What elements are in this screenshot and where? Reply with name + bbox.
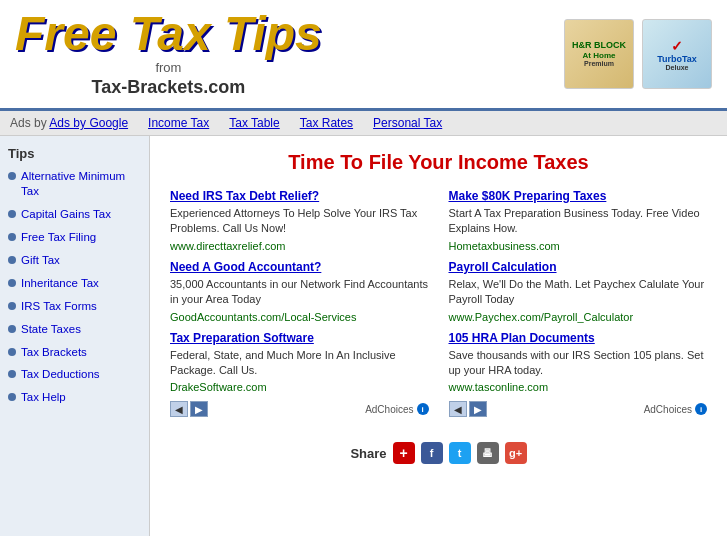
ad-nav-right: ◀ ▶ — [449, 401, 487, 417]
sidebar-item-capital-gains: Capital Gains Tax — [8, 207, 141, 222]
nav-income-tax[interactable]: Income Tax — [148, 116, 209, 130]
share-row: Share + f t 🖶 g+ — [170, 442, 707, 464]
ad-url-6[interactable]: www.tasconline.com — [449, 381, 708, 393]
ad-item-6: 105 HRA Plan Documents Save thousands wi… — [449, 331, 708, 394]
header-sitename: Tax-Brackets.com — [15, 77, 322, 98]
ad-desc-3: Federal, State, and Much More In An Incl… — [170, 348, 429, 379]
sidebar-item-alt-min-tax: Alternative Minimum Tax — [8, 169, 141, 199]
bullet-icon — [8, 393, 16, 401]
sidebar-item-inheritance-tax: Inheritance Tax — [8, 276, 141, 291]
content-main-title: Time To File Your Income Taxes — [170, 151, 707, 174]
ad-controls-left: ◀ ▶ AdChoices i — [170, 401, 429, 417]
header-branding: Free Tax Tips from Tax-Brackets.com — [15, 10, 322, 98]
sidebar-item-tax-brackets: Tax Brackets — [8, 345, 141, 360]
ad-column-right: Make $80K Preparing Taxes Start A Tax Pr… — [449, 189, 708, 432]
hrblock-logo-text: H&R BLOCKAt Home — [572, 41, 626, 61]
ad-title-5[interactable]: Payroll Calculation — [449, 260, 708, 274]
sidebar-link-tax-brackets[interactable]: Tax Brackets — [21, 345, 87, 360]
page-header: Free Tax Tips from Tax-Brackets.com H&R … — [0, 0, 727, 111]
sidebar-link-tax-help[interactable]: Tax Help — [21, 390, 66, 405]
turbotax-product: ✓ TurboTax Deluxe — [642, 19, 712, 89]
main-layout: Tips Alternative Minimum Tax Capital Gai… — [0, 136, 727, 536]
nav-tax-table[interactable]: Tax Table — [229, 116, 279, 130]
ad-item-1: Need IRS Tax Debt Relief? Experienced At… — [170, 189, 429, 252]
sidebar-link-alt-min-tax[interactable]: Alternative Minimum Tax — [21, 169, 141, 199]
sidebar-item-state-taxes: State Taxes — [8, 322, 141, 337]
ad-item-2: Need A Good Accountant? 35,000 Accountan… — [170, 260, 429, 323]
site-title: Free Tax Tips — [15, 10, 322, 58]
sidebar-item-free-filing: Free Tax Filing — [8, 230, 141, 245]
bullet-icon — [8, 210, 16, 218]
ad-desc-2: 35,000 Accountants in our Network Find A… — [170, 277, 429, 308]
sidebar-link-capital-gains[interactable]: Capital Gains Tax — [21, 207, 111, 222]
ad-nav-left: ◀ ▶ — [170, 401, 208, 417]
adchoices-label-text: AdChoices — [365, 404, 413, 415]
ad-item-4: Make $80K Preparing Taxes Start A Tax Pr… — [449, 189, 708, 252]
bullet-icon — [8, 279, 16, 287]
ad-url-1[interactable]: www.directtaxrelief.com — [170, 240, 429, 252]
ad-grid: Need IRS Tax Debt Relief? Experienced At… — [170, 189, 707, 432]
ad-desc-4: Start A Tax Preparation Business Today. … — [449, 206, 708, 237]
adchoices-right[interactable]: AdChoices i — [644, 403, 707, 415]
hrblock-product: H&R BLOCKAt Home Premium — [564, 19, 634, 89]
ad-url-5[interactable]: www.Paychex.com/Payroll_Calculator — [449, 311, 708, 323]
bullet-icon — [8, 302, 16, 310]
sidebar-item-tax-help: Tax Help — [8, 390, 141, 405]
ad-title-4[interactable]: Make $80K Preparing Taxes — [449, 189, 708, 203]
sidebar-item-gift-tax: Gift Tax — [8, 253, 141, 268]
ad-item-3: Tax Preparation Software Federal, State,… — [170, 331, 429, 394]
share-plus-button[interactable]: + — [393, 442, 415, 464]
ad-prev-btn-right[interactable]: ◀ — [449, 401, 467, 417]
bullet-icon — [8, 325, 16, 333]
sidebar-link-state-taxes[interactable]: State Taxes — [21, 322, 81, 337]
sidebar-title: Tips — [8, 146, 141, 161]
bullet-icon — [8, 172, 16, 180]
share-twitter-button[interactable]: t — [449, 442, 471, 464]
adchoices-icon: i — [417, 403, 429, 415]
ad-desc-6: Save thousands with our IRS Section 105 … — [449, 348, 708, 379]
sidebar-link-irs-forms[interactable]: IRS Tax Forms — [21, 299, 97, 314]
sidebar-link-tax-deductions[interactable]: Tax Deductions — [21, 367, 100, 382]
adchoices-label-text-right: AdChoices — [644, 404, 692, 415]
header-from: from — [15, 60, 322, 75]
bullet-icon — [8, 370, 16, 378]
sidebar: Tips Alternative Minimum Tax Capital Gai… — [0, 136, 150, 536]
turbotax-check-icon: ✓ — [671, 38, 683, 54]
sidebar-item-tax-deductions: Tax Deductions — [8, 367, 141, 382]
header-products: H&R BLOCKAt Home Premium ✓ TurboTax Delu… — [564, 19, 712, 89]
ad-url-2[interactable]: GoodAccountants.com/Local-Services — [170, 311, 429, 323]
google-link[interactable]: Ads by Google — [49, 116, 128, 130]
sidebar-link-free-filing[interactable]: Free Tax Filing — [21, 230, 96, 245]
sidebar-link-inheritance-tax[interactable]: Inheritance Tax — [21, 276, 99, 291]
ad-title-3[interactable]: Tax Preparation Software — [170, 331, 429, 345]
turbotax-sub: Deluxe — [666, 64, 689, 71]
nav-personal-tax[interactable]: Personal Tax — [373, 116, 442, 130]
bullet-icon — [8, 233, 16, 241]
navigation-bar: Ads by Ads by Google Income Tax Tax Tabl… — [0, 111, 727, 136]
ad-item-5: Payroll Calculation Relax, We'll Do the … — [449, 260, 708, 323]
ad-url-4[interactable]: Hometaxbusiness.com — [449, 240, 708, 252]
share-gplus-button[interactable]: g+ — [505, 442, 527, 464]
ad-column-left: Need IRS Tax Debt Relief? Experienced At… — [170, 189, 429, 432]
ad-prev-btn-left[interactable]: ◀ — [170, 401, 188, 417]
main-content: Time To File Your Income Taxes Need IRS … — [150, 136, 727, 536]
ads-label: Ads by Ads by Google — [10, 116, 128, 130]
share-facebook-button[interactable]: f — [421, 442, 443, 464]
ad-next-btn-right[interactable]: ▶ — [469, 401, 487, 417]
ad-title-1[interactable]: Need IRS Tax Debt Relief? — [170, 189, 429, 203]
adchoices-left[interactable]: AdChoices i — [365, 403, 428, 415]
nav-tax-rates[interactable]: Tax Rates — [300, 116, 353, 130]
ad-desc-1: Experienced Attorneys To Help Solve Your… — [170, 206, 429, 237]
ad-title-2[interactable]: Need A Good Accountant? — [170, 260, 429, 274]
ad-url-3[interactable]: DrakeSoftware.com — [170, 381, 429, 393]
bullet-icon — [8, 256, 16, 264]
ad-controls-right: ◀ ▶ AdChoices i — [449, 401, 708, 417]
sidebar-item-irs-forms: IRS Tax Forms — [8, 299, 141, 314]
share-print-button[interactable]: 🖶 — [477, 442, 499, 464]
ad-next-btn-left[interactable]: ▶ — [190, 401, 208, 417]
turbotax-logo-text: TurboTax — [657, 54, 697, 64]
sidebar-link-gift-tax[interactable]: Gift Tax — [21, 253, 60, 268]
ad-title-6[interactable]: 105 HRA Plan Documents — [449, 331, 708, 345]
bullet-icon — [8, 348, 16, 356]
adchoices-icon-right: i — [695, 403, 707, 415]
